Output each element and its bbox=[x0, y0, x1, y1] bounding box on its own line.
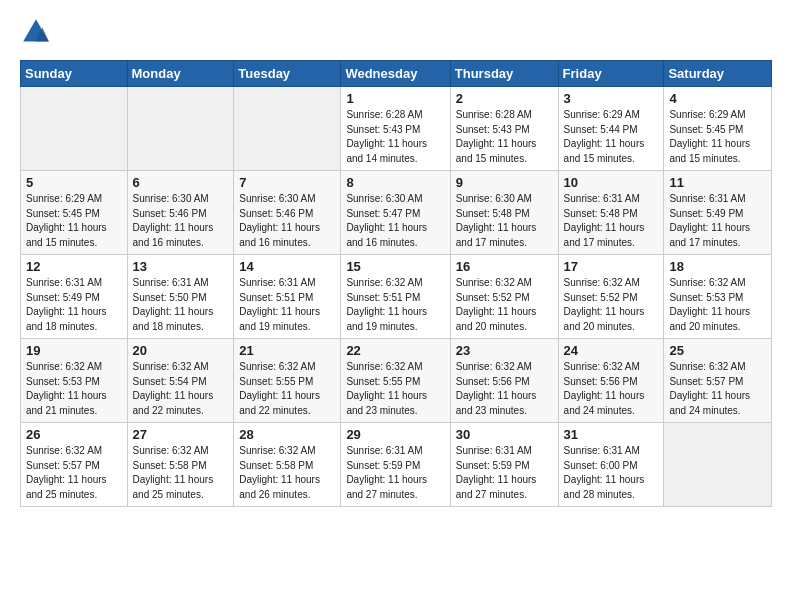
weekday-header: Saturday bbox=[664, 61, 772, 87]
day-number: 6 bbox=[133, 175, 229, 190]
day-info: Sunrise: 6:32 AM Sunset: 5:57 PM Dayligh… bbox=[26, 444, 122, 502]
day-number: 17 bbox=[564, 259, 659, 274]
calendar-cell bbox=[234, 87, 341, 171]
calendar-cell: 9Sunrise: 6:30 AM Sunset: 5:48 PM Daylig… bbox=[450, 171, 558, 255]
day-number: 5 bbox=[26, 175, 122, 190]
calendar-header: SundayMondayTuesdayWednesdayThursdayFrid… bbox=[21, 61, 772, 87]
day-number: 13 bbox=[133, 259, 229, 274]
day-number: 31 bbox=[564, 427, 659, 442]
calendar-cell: 1Sunrise: 6:28 AM Sunset: 5:43 PM Daylig… bbox=[341, 87, 450, 171]
day-info: Sunrise: 6:32 AM Sunset: 5:58 PM Dayligh… bbox=[239, 444, 335, 502]
day-info: Sunrise: 6:31 AM Sunset: 5:49 PM Dayligh… bbox=[669, 192, 766, 250]
calendar-week-row: 12Sunrise: 6:31 AM Sunset: 5:49 PM Dayli… bbox=[21, 255, 772, 339]
calendar-cell: 17Sunrise: 6:32 AM Sunset: 5:52 PM Dayli… bbox=[558, 255, 664, 339]
day-info: Sunrise: 6:31 AM Sunset: 5:49 PM Dayligh… bbox=[26, 276, 122, 334]
day-info: Sunrise: 6:32 AM Sunset: 5:56 PM Dayligh… bbox=[456, 360, 553, 418]
calendar-cell: 23Sunrise: 6:32 AM Sunset: 5:56 PM Dayli… bbox=[450, 339, 558, 423]
day-info: Sunrise: 6:32 AM Sunset: 5:51 PM Dayligh… bbox=[346, 276, 444, 334]
calendar-week-row: 26Sunrise: 6:32 AM Sunset: 5:57 PM Dayli… bbox=[21, 423, 772, 507]
weekday-header: Monday bbox=[127, 61, 234, 87]
calendar-cell bbox=[21, 87, 128, 171]
day-number: 21 bbox=[239, 343, 335, 358]
day-info: Sunrise: 6:32 AM Sunset: 5:55 PM Dayligh… bbox=[346, 360, 444, 418]
day-info: Sunrise: 6:28 AM Sunset: 5:43 PM Dayligh… bbox=[456, 108, 553, 166]
calendar-cell: 31Sunrise: 6:31 AM Sunset: 6:00 PM Dayli… bbox=[558, 423, 664, 507]
calendar-cell: 13Sunrise: 6:31 AM Sunset: 5:50 PM Dayli… bbox=[127, 255, 234, 339]
calendar-cell: 18Sunrise: 6:32 AM Sunset: 5:53 PM Dayli… bbox=[664, 255, 772, 339]
calendar-cell bbox=[664, 423, 772, 507]
calendar-cell: 24Sunrise: 6:32 AM Sunset: 5:56 PM Dayli… bbox=[558, 339, 664, 423]
day-info: Sunrise: 6:31 AM Sunset: 5:48 PM Dayligh… bbox=[564, 192, 659, 250]
calendar-cell: 26Sunrise: 6:32 AM Sunset: 5:57 PM Dayli… bbox=[21, 423, 128, 507]
calendar-cell: 7Sunrise: 6:30 AM Sunset: 5:46 PM Daylig… bbox=[234, 171, 341, 255]
day-number: 8 bbox=[346, 175, 444, 190]
weekday-header: Wednesday bbox=[341, 61, 450, 87]
calendar-cell: 5Sunrise: 6:29 AM Sunset: 5:45 PM Daylig… bbox=[21, 171, 128, 255]
calendar-cell: 29Sunrise: 6:31 AM Sunset: 5:59 PM Dayli… bbox=[341, 423, 450, 507]
logo-icon bbox=[20, 16, 52, 48]
day-number: 19 bbox=[26, 343, 122, 358]
day-info: Sunrise: 6:32 AM Sunset: 5:56 PM Dayligh… bbox=[564, 360, 659, 418]
day-info: Sunrise: 6:31 AM Sunset: 5:59 PM Dayligh… bbox=[346, 444, 444, 502]
day-number: 30 bbox=[456, 427, 553, 442]
calendar-cell: 25Sunrise: 6:32 AM Sunset: 5:57 PM Dayli… bbox=[664, 339, 772, 423]
day-info: Sunrise: 6:32 AM Sunset: 5:57 PM Dayligh… bbox=[669, 360, 766, 418]
calendar-table: SundayMondayTuesdayWednesdayThursdayFrid… bbox=[20, 60, 772, 507]
day-number: 9 bbox=[456, 175, 553, 190]
weekday-row: SundayMondayTuesdayWednesdayThursdayFrid… bbox=[21, 61, 772, 87]
day-number: 22 bbox=[346, 343, 444, 358]
day-number: 16 bbox=[456, 259, 553, 274]
calendar-cell: 12Sunrise: 6:31 AM Sunset: 5:49 PM Dayli… bbox=[21, 255, 128, 339]
calendar-cell: 21Sunrise: 6:32 AM Sunset: 5:55 PM Dayli… bbox=[234, 339, 341, 423]
day-info: Sunrise: 6:30 AM Sunset: 5:46 PM Dayligh… bbox=[133, 192, 229, 250]
day-info: Sunrise: 6:31 AM Sunset: 5:50 PM Dayligh… bbox=[133, 276, 229, 334]
day-number: 7 bbox=[239, 175, 335, 190]
calendar-week-row: 1Sunrise: 6:28 AM Sunset: 5:43 PM Daylig… bbox=[21, 87, 772, 171]
day-info: Sunrise: 6:29 AM Sunset: 5:45 PM Dayligh… bbox=[26, 192, 122, 250]
day-info: Sunrise: 6:31 AM Sunset: 5:59 PM Dayligh… bbox=[456, 444, 553, 502]
calendar-cell: 16Sunrise: 6:32 AM Sunset: 5:52 PM Dayli… bbox=[450, 255, 558, 339]
day-info: Sunrise: 6:32 AM Sunset: 5:53 PM Dayligh… bbox=[669, 276, 766, 334]
calendar-week-row: 5Sunrise: 6:29 AM Sunset: 5:45 PM Daylig… bbox=[21, 171, 772, 255]
logo bbox=[20, 16, 56, 48]
day-number: 28 bbox=[239, 427, 335, 442]
day-number: 15 bbox=[346, 259, 444, 274]
day-info: Sunrise: 6:32 AM Sunset: 5:52 PM Dayligh… bbox=[564, 276, 659, 334]
day-info: Sunrise: 6:30 AM Sunset: 5:48 PM Dayligh… bbox=[456, 192, 553, 250]
day-info: Sunrise: 6:32 AM Sunset: 5:54 PM Dayligh… bbox=[133, 360, 229, 418]
calendar-cell: 27Sunrise: 6:32 AM Sunset: 5:58 PM Dayli… bbox=[127, 423, 234, 507]
day-number: 12 bbox=[26, 259, 122, 274]
weekday-header: Friday bbox=[558, 61, 664, 87]
day-number: 29 bbox=[346, 427, 444, 442]
calendar-cell: 19Sunrise: 6:32 AM Sunset: 5:53 PM Dayli… bbox=[21, 339, 128, 423]
weekday-header: Tuesday bbox=[234, 61, 341, 87]
calendar-cell: 2Sunrise: 6:28 AM Sunset: 5:43 PM Daylig… bbox=[450, 87, 558, 171]
weekday-header: Sunday bbox=[21, 61, 128, 87]
header bbox=[20, 16, 772, 48]
day-number: 4 bbox=[669, 91, 766, 106]
calendar-cell: 20Sunrise: 6:32 AM Sunset: 5:54 PM Dayli… bbox=[127, 339, 234, 423]
day-info: Sunrise: 6:31 AM Sunset: 5:51 PM Dayligh… bbox=[239, 276, 335, 334]
weekday-header: Thursday bbox=[450, 61, 558, 87]
calendar-cell: 3Sunrise: 6:29 AM Sunset: 5:44 PM Daylig… bbox=[558, 87, 664, 171]
day-number: 27 bbox=[133, 427, 229, 442]
calendar-cell: 22Sunrise: 6:32 AM Sunset: 5:55 PM Dayli… bbox=[341, 339, 450, 423]
calendar-cell: 10Sunrise: 6:31 AM Sunset: 5:48 PM Dayli… bbox=[558, 171, 664, 255]
day-number: 20 bbox=[133, 343, 229, 358]
calendar-cell: 6Sunrise: 6:30 AM Sunset: 5:46 PM Daylig… bbox=[127, 171, 234, 255]
calendar-cell: 8Sunrise: 6:30 AM Sunset: 5:47 PM Daylig… bbox=[341, 171, 450, 255]
calendar-cell: 4Sunrise: 6:29 AM Sunset: 5:45 PM Daylig… bbox=[664, 87, 772, 171]
day-info: Sunrise: 6:31 AM Sunset: 6:00 PM Dayligh… bbox=[564, 444, 659, 502]
day-number: 23 bbox=[456, 343, 553, 358]
day-number: 14 bbox=[239, 259, 335, 274]
day-number: 2 bbox=[456, 91, 553, 106]
day-number: 26 bbox=[26, 427, 122, 442]
calendar-cell: 15Sunrise: 6:32 AM Sunset: 5:51 PM Dayli… bbox=[341, 255, 450, 339]
day-number: 1 bbox=[346, 91, 444, 106]
day-info: Sunrise: 6:32 AM Sunset: 5:58 PM Dayligh… bbox=[133, 444, 229, 502]
day-info: Sunrise: 6:28 AM Sunset: 5:43 PM Dayligh… bbox=[346, 108, 444, 166]
calendar-cell: 30Sunrise: 6:31 AM Sunset: 5:59 PM Dayli… bbox=[450, 423, 558, 507]
day-info: Sunrise: 6:32 AM Sunset: 5:53 PM Dayligh… bbox=[26, 360, 122, 418]
day-number: 11 bbox=[669, 175, 766, 190]
day-info: Sunrise: 6:29 AM Sunset: 5:44 PM Dayligh… bbox=[564, 108, 659, 166]
